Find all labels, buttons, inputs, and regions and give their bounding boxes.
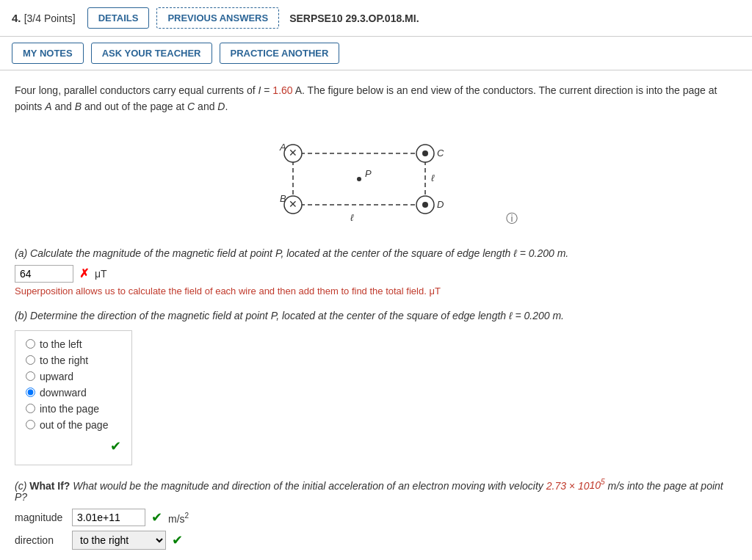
option-downward[interactable]: downward [26, 387, 121, 399]
practice-another-button[interactable]: PRACTICE ANOTHER [220, 43, 340, 64]
part-a-answer-row: 64 ✗ μT [15, 265, 737, 283]
option-into-the-page[interactable]: into the page [26, 403, 121, 415]
part-a: (a) Calculate the magnitude of the magne… [15, 247, 737, 297]
magnitude-input[interactable]: 3.01e+11 [72, 509, 145, 526]
info-icon[interactable]: ⓘ [506, 211, 518, 227]
part-b-label: (b) Determine the direction of the magne… [15, 310, 737, 321]
conductor-diagram: ✕ A ✕ B C D P ℓ ℓ [264, 124, 469, 234]
svg-text:P: P [365, 168, 372, 179]
part-b-check-icon: ✔ [110, 438, 121, 454]
part-b-submit-row: ✔ [26, 435, 121, 454]
part-c: (c) What If? What would be the magnitude… [15, 479, 737, 550]
svg-text:C: C [437, 148, 444, 159]
svg-text:ℓ: ℓ [350, 212, 354, 223]
ask-teacher-button[interactable]: ASK YOUR TEACHER [91, 43, 212, 64]
option-upward[interactable]: upward [26, 371, 121, 382]
part-c-direction-row: direction to the left to the right upwar… [15, 531, 737, 550]
current-value: 1.60 [272, 84, 292, 96]
svg-text:B: B [280, 193, 286, 204]
part-b-radio-group: to the left to the right upward downward… [15, 330, 132, 465]
question-number: 4. [3/4 Points] [12, 12, 76, 24]
what-if-bold: What If? [29, 479, 70, 491]
previous-answers-button[interactable]: PREVIOUS ANSWERS [156, 7, 279, 29]
content-area: Four long, parallel conductors carry equ… [0, 70, 752, 560]
part-b: (b) Determine the direction of the magne… [15, 310, 737, 465]
direction-check-icon: ✔ [172, 532, 183, 548]
part-a-hint: Superposition allows us to calculate the… [15, 286, 737, 297]
magnitude-check-icon: ✔ [151, 509, 162, 526]
top-bar: 4. [3/4 Points] DETAILS PREVIOUS ANSWERS… [0, 0, 752, 37]
part-a-label: (a) Calculate the magnitude of the magne… [15, 247, 737, 259]
svg-point-16 [357, 177, 361, 181]
svg-text:A: A [279, 142, 286, 153]
svg-point-14 [422, 202, 428, 208]
my-notes-button[interactable]: MY NOTES [12, 43, 84, 64]
svg-text:ℓ: ℓ [431, 172, 435, 183]
magnitude-label: magnitude [15, 512, 66, 523]
page-container: 4. [3/4 Points] DETAILS PREVIOUS ANSWERS… [0, 0, 752, 560]
part-c-label: (c) What If? What would be the magnitude… [15, 479, 737, 503]
option-out-of-the-page[interactable]: out of the page [26, 419, 121, 431]
problem-id: SERPSE10 29.3.OP.018.MI. [289, 12, 419, 24]
svg-point-11 [422, 150, 428, 156]
part-a-unit: μT [95, 268, 107, 280]
part-a-error-icon: ✗ [79, 266, 89, 280]
direction-label: direction [15, 534, 66, 546]
option-to-the-left[interactable]: to the left [26, 338, 121, 350]
problem-statement: Four long, parallel conductors carry equ… [15, 82, 737, 115]
second-bar: MY NOTES ASK YOUR TEACHER PRACTICE ANOTH… [0, 37, 752, 70]
diagram-container: ✕ A ✕ B C D P ℓ ℓ [44, 124, 737, 234]
part-a-input[interactable]: 64 [15, 265, 73, 283]
option-to-the-right[interactable]: to the right [26, 354, 121, 366]
details-button[interactable]: DETAILS [87, 7, 150, 29]
part-c-magnitude-row: magnitude 3.01e+11 ✔ m/s2 [15, 509, 737, 526]
direction-select[interactable]: to the left to the right upward downward… [72, 531, 166, 550]
magnitude-unit: m/s2 [168, 512, 189, 525]
svg-text:✕: ✕ [289, 198, 297, 210]
svg-text:D: D [437, 199, 444, 210]
svg-text:✕: ✕ [289, 147, 297, 159]
